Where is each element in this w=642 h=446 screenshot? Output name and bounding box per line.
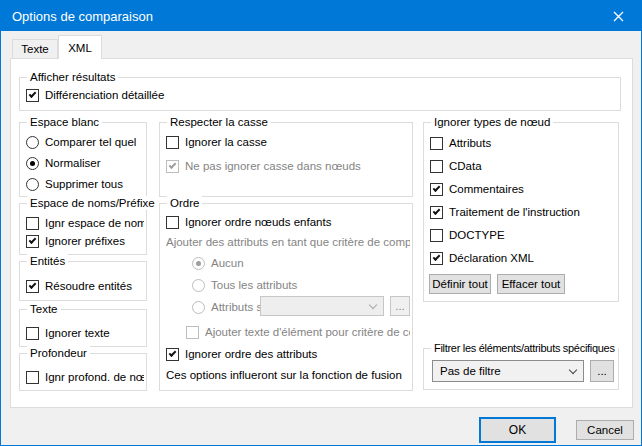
- checkbox-row-ignorer-prefixes: Ignorer préfixes: [26, 234, 125, 248]
- group-profondeur: Profondeur Ignr profond. de nœud: [19, 353, 147, 391]
- group-title: Texte: [27, 302, 61, 316]
- checkbox-label: Ignr espace de noms: [45, 217, 144, 229]
- checkbox-row-commentaires: Commentaires: [430, 182, 524, 196]
- checkbox-row-ne-pas-ignorer-casse: Ne pas ignorer casse dans nœuds: [166, 159, 361, 173]
- checkbox-doctype[interactable]: [430, 229, 443, 242]
- fusion-note-text: Ces options influeront sur la fonction d…: [166, 369, 402, 381]
- checkbox-label: Différenciation détaillée: [45, 89, 164, 101]
- effacer-tout-button[interactable]: Effacer tout: [497, 274, 565, 294]
- check-icon: [433, 207, 441, 215]
- attributes-browse-button: ...: [390, 296, 410, 316]
- group-title: Filtrer les éléments/attributs spécifiqu…: [431, 341, 618, 355]
- group-ignorer-types-noeud: Ignorer types de nœud Attributs CData Co…: [423, 122, 619, 302]
- check-icon: [433, 184, 441, 192]
- checkbox-ignorer-la-casse[interactable]: [166, 136, 179, 149]
- checkbox-cdata[interactable]: [430, 160, 443, 173]
- checkbox-ignorer-ordre-noeuds-enfants[interactable]: [166, 216, 179, 229]
- checkbox-label: Ignorer préfixes: [45, 235, 125, 247]
- group-entites: Entités Résoudre entités: [19, 261, 147, 301]
- group-title: Ignorer types de nœud: [431, 115, 553, 129]
- checkbox-row-ignr-espace: Ignr espace de noms: [26, 216, 144, 230]
- tab-texte[interactable]: Texte: [12, 39, 58, 58]
- group-title: Espace blanc: [27, 115, 102, 129]
- radio-comparer-tel-quel[interactable]: [26, 136, 39, 149]
- group-afficher-resultats: Afficher résultats Différenciation détai…: [19, 77, 621, 111]
- checkbox-ignr-profondeur[interactable]: [26, 371, 39, 384]
- checkbox-label: CData: [449, 160, 482, 172]
- checkbox-row-resoudre-entites: Résoudre entités: [26, 279, 132, 293]
- checkbox-label: Ignorer ordre nœuds enfants: [185, 216, 331, 228]
- checkbox-row-attributs: Attributs: [430, 136, 491, 150]
- radio-normaliser[interactable]: [26, 157, 39, 170]
- checkbox-label: Traitement de l'instruction: [449, 206, 580, 218]
- tab-xml[interactable]: XML: [58, 35, 102, 59]
- checkbox-row-traitement-instruction: Traitement de l'instruction: [430, 205, 580, 219]
- group-texte: Texte Ignorer texte: [19, 309, 147, 347]
- checkbox-attributs[interactable]: [430, 137, 443, 150]
- checkbox-row-differenciation: Différenciation détaillée: [26, 88, 164, 102]
- radio-row-supprimer: Supprimer tous: [26, 177, 123, 191]
- checkbox-row-doctype: DOCTYPE: [430, 228, 505, 242]
- check-icon: [29, 90, 37, 98]
- button-label: OK: [509, 423, 526, 437]
- checkbox-ne-pas-ignorer-casse: [166, 160, 179, 173]
- filter-combobox[interactable]: Pas de filtre: [432, 360, 584, 382]
- radio-row-tous-attributs: Tous les attributs: [192, 278, 297, 292]
- checkbox-row-ignorer-texte: Ignorer texte: [26, 326, 110, 340]
- check-icon: [169, 161, 177, 169]
- checkbox-differenciation-detaillee[interactable]: [26, 89, 39, 102]
- combobox-value: Pas de filtre: [440, 365, 501, 377]
- checkbox-ignorer-prefixes[interactable]: [26, 235, 39, 248]
- group-filtrer: Filtrer les éléments/attributs spécifiqu…: [423, 348, 619, 390]
- radio-row-aucun: Aucun: [192, 256, 244, 270]
- radio-label: Aucun: [211, 257, 244, 269]
- checkbox-row-ignorer-ordre-attributs: Ignorer ordre des attributs: [166, 347, 317, 361]
- checkbox-label: Résoudre entités: [45, 280, 132, 292]
- close-button[interactable]: [596, 1, 641, 31]
- options-dialog: Options de comparaison Texte XML Affiche…: [0, 0, 642, 446]
- checkbox-row-ignorer-ordre-enfants: Ignorer ordre nœuds enfants: [166, 215, 408, 229]
- cancel-button[interactable]: Cancel: [576, 420, 634, 440]
- radio-row-comparer: Comparer tel quel: [26, 135, 136, 149]
- checkbox-declaration-xml[interactable]: [430, 252, 443, 265]
- checkbox-label: Ignorer la casse: [185, 136, 267, 148]
- radio-supprimer-tous[interactable]: [26, 178, 39, 191]
- window-title: Options de comparaison: [1, 9, 153, 24]
- filter-browse-button[interactable]: ...: [590, 360, 614, 382]
- radio-aucun: [192, 257, 205, 270]
- group-title: Afficher résultats: [27, 70, 118, 84]
- checkbox-traitement-instruction[interactable]: [430, 206, 443, 219]
- ok-button[interactable]: OK: [479, 417, 556, 443]
- button-label: Définir tout: [432, 278, 488, 290]
- checkbox-ignorer-texte[interactable]: [26, 327, 39, 340]
- checkbox-label: Déclaration XML: [449, 252, 534, 264]
- checkbox-label: Ajouter texte d'élément pour critère de …: [205, 326, 410, 338]
- checkbox-row-cdata: CData: [430, 159, 482, 173]
- checkbox-resoudre-entites[interactable]: [26, 280, 39, 293]
- checkbox-label: DOCTYPE: [449, 229, 505, 241]
- group-espace-blanc: Espace blanc Comparer tel quel Normalise…: [19, 122, 147, 197]
- checkbox-label: Ignr profond. de nœud: [45, 371, 144, 383]
- check-icon: [433, 253, 441, 261]
- checkbox-row-declaration-xml: Déclaration XML: [430, 251, 534, 265]
- titlebar: Options de comparaison: [1, 1, 641, 31]
- chevron-down-icon: [369, 300, 377, 308]
- checkbox-row-ajouter-texte-element: Ajouter texte d'élément pour critère de …: [186, 325, 410, 339]
- radio-label: Supprimer tous: [45, 178, 123, 190]
- tab-xml-label: XML: [68, 42, 92, 54]
- group-title: Profondeur: [27, 346, 90, 360]
- definir-tout-button[interactable]: Définir tout: [429, 274, 491, 294]
- check-icon: [29, 236, 37, 244]
- checkbox-ignr-espace-de-noms[interactable]: [26, 217, 39, 230]
- radio-tous-les-attributs: [192, 279, 205, 292]
- tab-texte-label: Texte: [21, 43, 49, 55]
- group-respecter-casse: Respecter la casse Ignorer la casse Ne p…: [159, 122, 413, 197]
- group-title: Espace de noms/Préfixe: [27, 196, 158, 210]
- checkbox-label: Ne pas ignorer casse dans nœuds: [185, 160, 361, 172]
- chevron-down-icon: [569, 365, 577, 373]
- group-title: Entités: [27, 254, 68, 268]
- checkbox-ajouter-texte-element: [186, 326, 199, 339]
- ellipsis-icon: ...: [597, 365, 607, 377]
- checkbox-ignorer-ordre-attributs[interactable]: [166, 348, 179, 361]
- checkbox-commentaires[interactable]: [430, 183, 443, 196]
